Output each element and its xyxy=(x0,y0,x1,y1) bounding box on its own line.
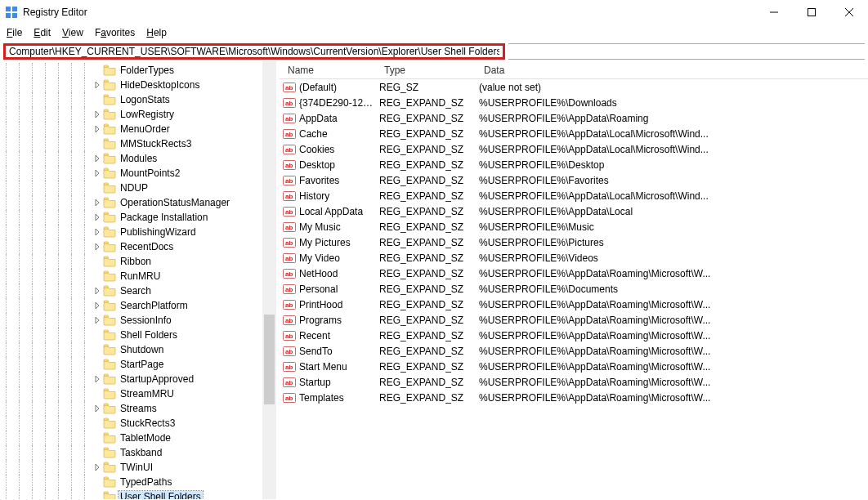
menu-file[interactable]: File xyxy=(3,26,29,39)
indent xyxy=(26,210,39,225)
tree-item[interactable]: LogonStats xyxy=(0,92,276,107)
value-row[interactable]: abMy PicturesREG_EXPAND_SZ%USERPROFILE%\… xyxy=(280,234,868,250)
value-row[interactable]: abNetHoodREG_EXPAND_SZ%USERPROFILE%\AppD… xyxy=(280,266,868,281)
tree-item[interactable]: StartPage xyxy=(0,357,276,372)
expander-icon[interactable] xyxy=(92,404,103,413)
tree-item-label: HideDesktopIcons xyxy=(119,79,201,91)
address-bar-highlighted[interactable]: Computer\HKEY_CURRENT_USER\SOFTWARE\Micr… xyxy=(3,43,505,60)
indent xyxy=(26,181,39,195)
expander-icon[interactable] xyxy=(92,287,103,296)
value-name: My Pictures xyxy=(299,237,379,248)
tree-item[interactable]: TabletMode xyxy=(0,431,276,445)
tree-item[interactable]: RunMRU xyxy=(0,269,276,283)
value-row[interactable]: abCacheREG_EXPAND_SZ%USERPROFILE%\AppDat… xyxy=(280,126,868,141)
expander-icon[interactable] xyxy=(92,228,103,237)
tree-item[interactable]: Shutdown xyxy=(0,342,276,357)
expander-icon[interactable] xyxy=(92,199,103,208)
value-row[interactable]: abHistoryREG_EXPAND_SZ%USERPROFILE%\AppD… xyxy=(280,188,868,203)
svg-text:ab: ab xyxy=(285,208,293,216)
tree-item[interactable]: StartupApproved xyxy=(0,372,276,386)
value-row[interactable]: abProgramsREG_EXPAND_SZ%USERPROFILE%\App… xyxy=(280,312,868,328)
tree-item[interactable]: Modules xyxy=(0,151,276,166)
value-row[interactable]: abDesktopREG_EXPAND_SZ%USERPROFILE%\Desk… xyxy=(280,157,868,172)
tree-item-label: Taskband xyxy=(119,447,163,458)
folder-icon xyxy=(103,123,116,135)
svg-text:ab: ab xyxy=(285,162,293,169)
column-type[interactable]: Type xyxy=(379,65,479,76)
tree-item[interactable]: SearchPlatform xyxy=(0,298,276,313)
tree-item[interactable]: Search xyxy=(0,283,276,298)
expander-icon[interactable] xyxy=(92,243,103,252)
value-row[interactable]: abRecentREG_EXPAND_SZ%USERPROFILE%\AppDa… xyxy=(280,328,868,343)
tree-item[interactable]: MountPoints2 xyxy=(0,166,276,181)
expander-icon[interactable] xyxy=(92,154,103,163)
tree-item[interactable]: FolderTypes xyxy=(0,63,276,78)
tree-item[interactable]: SessionInfo xyxy=(0,313,276,328)
expander-icon[interactable] xyxy=(92,316,103,325)
tree-item[interactable]: MMStuckRects3 xyxy=(0,136,276,151)
menu-favorites[interactable]: Favorites xyxy=(92,26,141,39)
value-row[interactable]: ab{374DE290-123F...REG_EXPAND_SZ%USERPRO… xyxy=(280,95,868,110)
indent xyxy=(0,328,13,342)
tree-item[interactable]: StuckRects3 xyxy=(0,416,276,431)
column-name[interactable]: Name xyxy=(283,65,379,76)
expander-icon[interactable] xyxy=(92,125,103,134)
tree-item[interactable]: Taskband xyxy=(0,445,276,460)
close-button[interactable] xyxy=(830,0,868,25)
expander-icon[interactable] xyxy=(92,213,103,222)
indent xyxy=(78,166,92,181)
menu-help[interactable]: Help xyxy=(143,26,173,39)
value-row[interactable]: abSendToREG_EXPAND_SZ%USERPROFILE%\AppDa… xyxy=(280,343,868,359)
indent xyxy=(26,416,39,431)
indent xyxy=(39,460,52,475)
value-row[interactable]: abAppDataREG_EXPAND_SZ%USERPROFILE%\AppD… xyxy=(280,110,868,126)
expander-icon[interactable] xyxy=(92,110,103,119)
value-row[interactable]: abPrintHoodREG_EXPAND_SZ%USERPROFILE%\Ap… xyxy=(280,297,868,312)
tree-item[interactable]: Ribbon xyxy=(0,254,276,269)
tree-pane[interactable]: FolderTypesHideDesktopIconsLogonStatsLow… xyxy=(0,61,276,499)
value-row[interactable]: abPersonalREG_EXPAND_SZ%USERPROFILE%\Doc… xyxy=(280,281,868,297)
expander-icon[interactable] xyxy=(92,375,103,384)
menu-edit[interactable]: Edit xyxy=(30,26,57,39)
value-row[interactable]: abMy VideoREG_EXPAND_SZ%USERPROFILE%\Vid… xyxy=(280,250,868,266)
value-row[interactable]: abStartupREG_EXPAND_SZ%USERPROFILE%\AppD… xyxy=(280,374,868,390)
tree-item[interactable]: RecentDocs xyxy=(0,239,276,254)
column-data[interactable]: Data xyxy=(479,65,868,76)
expander-icon[interactable] xyxy=(92,81,103,90)
value-row[interactable]: abMy MusicREG_EXPAND_SZ%USERPROFILE%\Mus… xyxy=(280,219,868,234)
tree-item[interactable]: OperationStatusManager xyxy=(0,195,276,210)
tree-item[interactable]: StreamMRU xyxy=(0,386,276,401)
tree-item[interactable]: Package Installation xyxy=(0,210,276,225)
menu-view[interactable]: View xyxy=(59,26,90,39)
expander-icon[interactable] xyxy=(92,463,103,472)
string-value-icon: ab xyxy=(283,205,296,218)
expander-icon[interactable] xyxy=(92,169,103,178)
address-bar-rest[interactable] xyxy=(508,43,865,60)
tree-item[interactable]: PublishingWizard xyxy=(0,225,276,239)
tree-scrollbar[interactable] xyxy=(262,61,276,499)
tree-item[interactable]: MenuOrder xyxy=(0,122,276,136)
minimize-button[interactable] xyxy=(755,0,793,25)
tree-item[interactable]: HideDesktopIcons xyxy=(0,78,276,92)
tree-item[interactable]: User Shell Folders xyxy=(0,489,276,499)
list-pane[interactable]: Name Type Data ab(Default)REG_SZ(value n… xyxy=(280,61,868,499)
tree-item[interactable]: Streams xyxy=(0,401,276,416)
value-row[interactable]: abFavoritesREG_EXPAND_SZ%USERPROFILE%\Fa… xyxy=(280,172,868,188)
expander-icon[interactable] xyxy=(92,301,103,310)
tree-item[interactable]: Shell Folders xyxy=(0,328,276,342)
tree-item[interactable]: LowRegistry xyxy=(0,107,276,122)
value-row[interactable]: abTemplatesREG_EXPAND_SZ%USERPROFILE%\Ap… xyxy=(280,390,868,405)
value-row[interactable]: abLocal AppDataREG_EXPAND_SZ%USERPROFILE… xyxy=(280,203,868,219)
value-data: (value not set) xyxy=(479,82,868,93)
tree-item[interactable]: NDUP xyxy=(0,181,276,195)
indent xyxy=(39,283,52,298)
indent xyxy=(52,136,65,151)
maximize-button[interactable] xyxy=(793,0,830,25)
tree-item[interactable]: TypedPaths xyxy=(0,475,276,489)
value-row[interactable]: abCookiesREG_EXPAND_SZ%USERPROFILE%\AppD… xyxy=(280,141,868,157)
value-row[interactable]: ab(Default)REG_SZ(value not set) xyxy=(280,79,868,95)
scrollbar-thumb[interactable] xyxy=(264,315,275,404)
indent xyxy=(13,195,26,210)
value-row[interactable]: abStart MenuREG_EXPAND_SZ%USERPROFILE%\A… xyxy=(280,359,868,374)
tree-item[interactable]: TWinUI xyxy=(0,460,276,475)
